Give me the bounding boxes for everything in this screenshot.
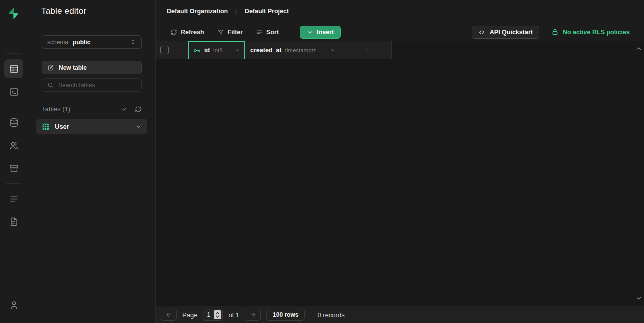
- api-quickstart-label: API Quickstart: [490, 29, 533, 36]
- nav-sql-editor[interactable]: [4, 82, 23, 101]
- arrow-right-icon: [249, 311, 256, 318]
- scroll-up-icon[interactable]: [635, 45, 642, 52]
- plus-icon: [363, 46, 371, 54]
- database-icon: [9, 117, 19, 128]
- tables-header-label: Tables (1): [42, 105, 70, 113]
- table-list-item-user[interactable]: User: [36, 119, 147, 134]
- table-name: User: [55, 123, 69, 130]
- table-green-icon: [42, 123, 50, 131]
- column-name: id: [204, 47, 210, 54]
- column-header-id[interactable]: id int8: [188, 41, 245, 59]
- main-content: Default Organization / Default Project R…: [156, 0, 644, 323]
- column-menu-icon[interactable]: [330, 47, 336, 53]
- table-editor-icon: [9, 64, 19, 74]
- edit-icon: [47, 64, 54, 71]
- rls-status-link[interactable]: No active RLS policies: [551, 28, 630, 36]
- rls-status-label: No active RLS policies: [563, 29, 630, 36]
- breadcrumb: Default Organization / Default Project: [156, 0, 644, 23]
- rail-divider: [6, 107, 22, 107]
- refresh-label: Refresh: [181, 29, 204, 36]
- nav-storage[interactable]: [4, 159, 23, 178]
- chevron-down-icon[interactable]: [135, 123, 142, 130]
- grid-footer: Page of 1 100 rows 0 records: [156, 306, 644, 323]
- breadcrumb-project[interactable]: Default Project: [245, 8, 289, 15]
- nav-api-docs[interactable]: [4, 212, 23, 231]
- footer-divider: [311, 310, 311, 320]
- column-type: timestamptz: [285, 47, 316, 53]
- chevron-down-icon[interactable]: [120, 106, 127, 113]
- filter-label: Filter: [228, 29, 243, 36]
- rail-divider: [6, 53, 22, 54]
- nav-logs[interactable]: [4, 189, 23, 208]
- nav-home[interactable]: [4, 29, 23, 48]
- search-icon: [47, 82, 54, 88]
- nav-rail: [0, 0, 28, 323]
- insert-label: Insert: [317, 29, 334, 36]
- schema-label: schema: [47, 39, 68, 46]
- record-count: 0 records: [317, 311, 344, 319]
- code-icon: [478, 29, 485, 36]
- data-grid: id int8 created_at timestamptz: [156, 41, 644, 306]
- nav-auth[interactable]: [4, 136, 23, 155]
- user-account-icon: [9, 300, 19, 310]
- next-page-button[interactable]: [245, 309, 261, 321]
- table-editor-sidebar: Table editor schema public New table Tab…: [28, 0, 156, 323]
- search-tables-field[interactable]: [42, 78, 142, 92]
- sort-label: Sort: [266, 29, 279, 36]
- tables-section-header: Tables (1): [42, 105, 142, 113]
- page-number-input[interactable]: [204, 311, 213, 318]
- column-header-created-at[interactable]: created_at timestamptz: [245, 41, 342, 59]
- refresh-icon: [170, 29, 177, 36]
- select-all-checkbox[interactable]: [160, 46, 169, 54]
- of-pages-label: of 1: [228, 311, 239, 319]
- arrow-left-icon: [165, 311, 172, 318]
- filter-button[interactable]: Filter: [211, 26, 250, 39]
- schema-value: public: [73, 39, 90, 46]
- page-label: Page: [182, 311, 197, 319]
- previous-page-button[interactable]: [161, 309, 177, 321]
- primary-key-icon: [193, 47, 201, 54]
- schema-select[interactable]: schema public: [42, 35, 142, 49]
- new-table-button[interactable]: New table: [42, 61, 142, 74]
- rail-divider: [6, 183, 22, 184]
- auth-users-icon: [9, 140, 19, 151]
- page-number-spinner[interactable]: [214, 310, 221, 319]
- sort-button[interactable]: Sort: [249, 26, 285, 39]
- column-name: created_at: [250, 47, 282, 54]
- nav-account[interactable]: [4, 295, 23, 314]
- logs-icon: [9, 194, 19, 204]
- page-title: Table editor: [28, 0, 155, 23]
- toolbar-divider: [290, 28, 290, 37]
- sql-editor-icon: [9, 87, 19, 97]
- breadcrumb-org[interactable]: Default Organization: [167, 8, 228, 15]
- nav-database[interactable]: [4, 113, 23, 132]
- lock-icon: [551, 28, 559, 36]
- select-all-cell: [156, 41, 188, 59]
- breadcrumb-separator: /: [235, 8, 237, 15]
- search-tables-input[interactable]: [58, 82, 136, 89]
- supabase-logo-icon[interactable]: [4, 6, 23, 21]
- page-number-field: [203, 309, 223, 321]
- new-table-label: New table: [59, 64, 87, 71]
- api-quickstart-button[interactable]: API Quickstart: [472, 26, 539, 39]
- column-type: int8: [213, 47, 223, 53]
- docs-icon: [9, 217, 19, 227]
- column-menu-icon[interactable]: [234, 47, 240, 53]
- rows-per-page-button[interactable]: 100 rows: [266, 309, 305, 321]
- insert-button[interactable]: Insert: [300, 26, 341, 39]
- add-column-button[interactable]: [342, 41, 392, 59]
- chevron-down-icon: [307, 29, 313, 35]
- scroll-down-icon[interactable]: [635, 295, 642, 302]
- refresh-tables-icon[interactable]: [135, 106, 142, 113]
- filter-icon: [217, 29, 224, 36]
- sort-icon: [256, 29, 263, 36]
- storage-icon: [9, 163, 19, 174]
- nav-table-editor[interactable]: [4, 59, 23, 78]
- chevrons-expand-icon: [130, 39, 136, 45]
- grid-header-row: id int8 created_at timestamptz: [156, 41, 644, 59]
- grid-toolbar: Refresh Filter Sort Insert: [156, 23, 644, 41]
- refresh-button[interactable]: Refresh: [164, 26, 211, 39]
